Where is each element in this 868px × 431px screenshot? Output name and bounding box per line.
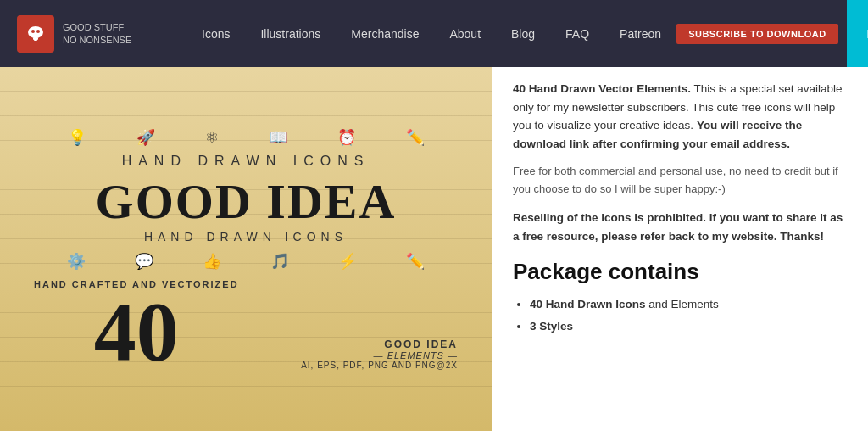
- hire-me-button[interactable]: Hire me: [847, 0, 868, 67]
- hand-drawn-subtitle: HAND DRAWN ICONS: [25, 154, 466, 169]
- reselling-bold: Reselling of the icons is prohibited. If…: [513, 211, 843, 243]
- bottom-text-area: HAND CRAFTED AND VECTORIZED 40 GOOD IDEA…: [25, 279, 466, 370]
- thumbsup-icon: 👍: [203, 252, 221, 271]
- package-item-1-bold: 40 Hand Drawn Icons: [530, 298, 646, 311]
- description-bold: 40 Hand Drawn Vector Elements.: [513, 82, 691, 95]
- nav-illustrations[interactable]: Illustrations: [245, 0, 336, 67]
- rocket-icon: 🚀: [136, 128, 155, 147]
- right-content: 40 Hand Drawn Vector Elements. This is a…: [492, 67, 868, 431]
- music-icon: 🎵: [270, 252, 289, 271]
- gear-icon: ⚙️: [67, 252, 86, 271]
- package-item-1: 40 Hand Drawn Icons and Elements: [530, 294, 847, 316]
- subscribe-button[interactable]: SUBSCRIBE TO DOWNLOAD: [676, 24, 837, 44]
- chat-icon: 💬: [135, 252, 153, 271]
- package-list: 40 Hand Drawn Icons and Elements 3 Style…: [513, 294, 847, 337]
- book-icon: 📖: [269, 128, 287, 147]
- logo-area: GOOD STUFF NO NONSENSE: [0, 15, 186, 53]
- logo-line1: GOOD STUFF: [63, 21, 131, 33]
- nav-about[interactable]: About: [434, 0, 496, 67]
- lightning-icon: ⚡: [338, 252, 357, 271]
- package-item-1-suffix: and Elements: [648, 298, 719, 311]
- logo-line2: NO NONSENSE: [63, 34, 131, 46]
- package-item-2-bold: 3 Styles: [530, 320, 573, 333]
- reselling-note: Reselling of the icons is prohibited. If…: [513, 209, 847, 245]
- bottom-icons-row: ⚙️ 💬 👍 🎵 ⚡ ✏️: [25, 252, 466, 271]
- image-content: 💡 🚀 ⚛ 📖 ⏰ ✏️ HAND DRAWN ICONS GOOD IDEA …: [0, 120, 492, 378]
- package-title: Package contains: [513, 259, 847, 285]
- image-background: 💡 🚀 ⚛ 📖 ⏰ ✏️ HAND DRAWN ICONS GOOD IDEA …: [0, 67, 492, 431]
- nav-blog[interactable]: Blog: [496, 0, 550, 67]
- svg-point-3: [31, 30, 35, 33]
- svg-rect-2: [34, 39, 37, 41]
- top-icons-row: 💡 🚀 ⚛ 📖 ⏰ ✏️: [25, 128, 466, 147]
- bottom-left-text: HAND CRAFTED AND VECTORIZED 40: [34, 279, 239, 370]
- free-use-text: Free for both commercial and personal us…: [513, 163, 847, 199]
- pencil2-icon: ✏️: [406, 252, 425, 271]
- svg-point-4: [36, 30, 40, 33]
- nav-patreon[interactable]: Patreon: [604, 0, 676, 67]
- svg-point-0: [28, 26, 43, 38]
- main-nav: Icons Illustrations Merchandise About Bl…: [186, 0, 868, 67]
- product-image: 💡 🚀 ⚛ 📖 ⏰ ✏️ HAND DRAWN ICONS GOOD IDEA …: [0, 67, 492, 431]
- product-description: 40 Hand Drawn Vector Elements. This is a…: [513, 80, 847, 245]
- logo-icon: [17, 15, 54, 53]
- big-number: 40: [34, 294, 239, 370]
- good-idea-title: GOOD IDEA: [25, 177, 466, 227]
- logo-text: GOOD STUFF NO NONSENSE: [63, 21, 131, 46]
- lightbulb-icon: 💡: [68, 128, 86, 147]
- main-content: 💡 🚀 ⚛ 📖 ⏰ ✏️ HAND DRAWN ICONS GOOD IDEA …: [0, 67, 868, 431]
- clock-icon: ⏰: [337, 128, 356, 147]
- nav-faq[interactable]: FAQ: [550, 0, 604, 67]
- atom-icon: ⚛: [205, 128, 219, 147]
- site-header: GOOD STUFF NO NONSENSE Icons Illustratio…: [0, 0, 868, 67]
- bottom-right-text: GOOD IDEA — ELEMENTS — AI, EPS, PDF, PNG…: [301, 339, 458, 370]
- description-paragraph: 40 Hand Drawn Vector Elements. This is a…: [513, 80, 847, 153]
- package-item-2: 3 Styles: [530, 316, 847, 338]
- nav-icons[interactable]: Icons: [186, 0, 245, 67]
- nav-merchandise[interactable]: Merchandise: [336, 0, 434, 67]
- package-contains-section: Package contains 40 Hand Drawn Icons and…: [513, 259, 847, 337]
- pencil-icon: ✏️: [406, 128, 425, 147]
- hand-drawn-label: HAND DRAWN ICONS: [25, 230, 466, 243]
